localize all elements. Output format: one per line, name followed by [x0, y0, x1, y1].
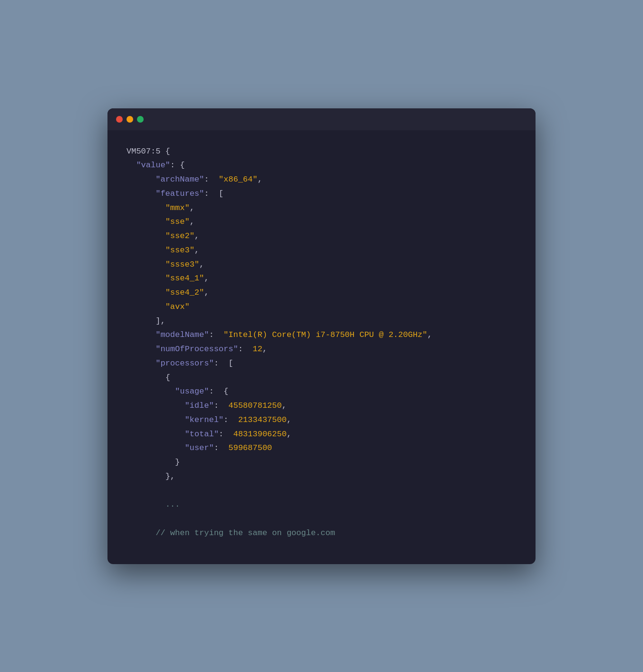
code-window: VM507:5 { "value": { "archName": "x86_64… — [107, 108, 536, 564]
close-button[interactable] — [116, 116, 123, 123]
titlebar — [107, 108, 536, 130]
code-display: VM507:5 { "value": { "archName": "x86_64… — [107, 130, 536, 564]
minimize-button[interactable] — [127, 116, 133, 123]
line-header: VM507 — [127, 147, 151, 156]
maximize-button[interactable] — [137, 116, 144, 123]
